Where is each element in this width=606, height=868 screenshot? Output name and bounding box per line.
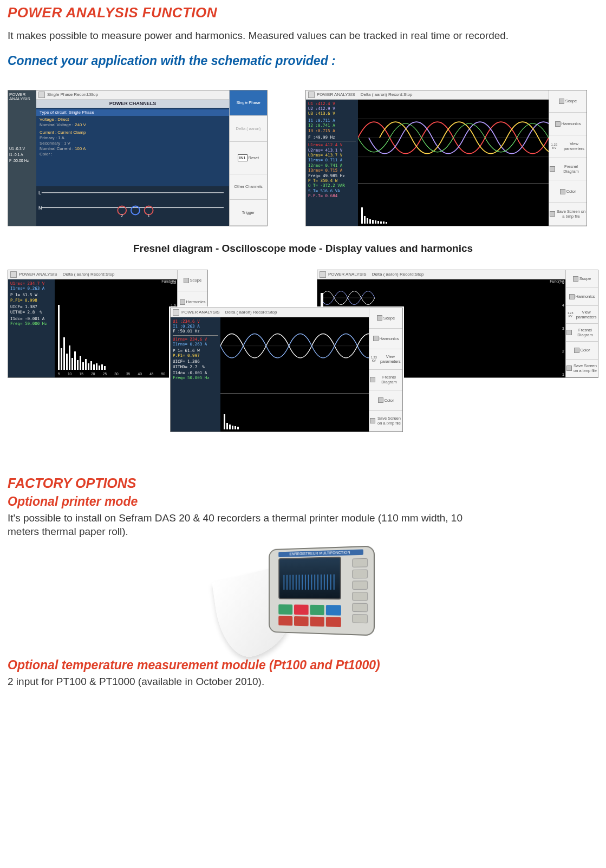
left-f: F :50.00 Hz bbox=[9, 159, 35, 163]
m-i1rms: I1rms= 0.263 A bbox=[173, 342, 218, 347]
color-icon bbox=[574, 348, 579, 353]
app-icon bbox=[38, 92, 45, 98]
printer-image: ENREGISTREUR MULTIFONCTION bbox=[8, 542, 598, 652]
device-screen-icon bbox=[278, 557, 341, 599]
waveform-area bbox=[220, 317, 369, 393]
color-line: Color : bbox=[40, 152, 226, 157]
m-u3: U3 :413.6 V bbox=[308, 111, 356, 116]
harmonics-icon bbox=[180, 299, 185, 305]
app-icon bbox=[173, 309, 179, 316]
svg-text:2: 2 bbox=[121, 214, 123, 218]
fresnel-icon bbox=[566, 330, 572, 335]
btn-scope[interactable]: Scope bbox=[566, 270, 598, 288]
right-button-bar: Single Phase Delta ( aaron) IN1 Reset Ot… bbox=[229, 90, 267, 226]
title-prefix: POWER ANALYSIS bbox=[317, 92, 355, 97]
btn-color[interactable]: Color bbox=[549, 180, 587, 203]
title-text: Delta ( aaron) Record:Stop bbox=[372, 272, 424, 277]
right-button-bar: Scope Harmonics 1.23 KVView parameters F… bbox=[565, 270, 598, 377]
device-sidebuttons-icon bbox=[352, 558, 368, 623]
btn-save-screen[interactable]: Save Screen on a bmp file bbox=[369, 411, 402, 432]
left-u1: U1 :0.3 V bbox=[9, 147, 35, 151]
m-i3rms: I3rms= 0.715 A bbox=[308, 168, 356, 173]
scope-icon bbox=[184, 278, 189, 283]
btn-harmonics[interactable]: Harmonics bbox=[549, 113, 587, 135]
scope-icon bbox=[573, 276, 578, 282]
btn-harmonics[interactable]: Harmonics bbox=[566, 288, 598, 306]
color-icon bbox=[560, 189, 565, 194]
intro-paragraph: It makes possible to measure power and h… bbox=[8, 29, 598, 43]
btn-view-params[interactable]: 1.23 KVView parameters bbox=[566, 306, 598, 324]
heading-printer-mode: Optional printer mode bbox=[8, 494, 598, 509]
btn-reset[interactable]: IN1 Reset bbox=[230, 142, 267, 174]
screen-main: Single Phase Record:Stop POWER CHANNELS … bbox=[36, 90, 229, 226]
btn-scope[interactable]: Scope bbox=[178, 270, 207, 292]
waveform-area bbox=[358, 100, 549, 184]
m-u3rms: U3rms= 413.7 V bbox=[308, 153, 356, 158]
save-icon bbox=[370, 418, 375, 423]
device-keypad-icon bbox=[278, 604, 341, 627]
temp-paragraph: 2 input for PT100 & PT1000 (available in… bbox=[8, 675, 598, 689]
btn-delta-aaron[interactable]: Delta ( aaron) bbox=[230, 116, 267, 141]
m-uicf: UICF= 1.387 bbox=[10, 304, 53, 309]
m-i3: I3 :0.715 A bbox=[308, 128, 356, 133]
y-scale: 5 4 3 2 1 bbox=[555, 280, 564, 376]
printer-paragraph: It's possible to install on Sefram DAS 2… bbox=[8, 511, 495, 539]
btn-scope[interactable]: Scope bbox=[369, 308, 402, 329]
btn-trigger[interactable]: Trigger bbox=[230, 200, 267, 225]
left-title: POWER ANALYSIS bbox=[9, 93, 35, 102]
m-uthd: UITHD= 2.8 % bbox=[10, 310, 53, 315]
btn-fresnel[interactable]: Fresnel Diagram bbox=[369, 370, 402, 390]
m-u1rms: U1rms= 234.6 V bbox=[173, 337, 218, 342]
scope-icon bbox=[377, 315, 382, 321]
recorder-device-icon: ENREGISTREUR MULTIFONCTION bbox=[233, 542, 374, 650]
btn-fresnel[interactable]: Fresnel Diagram bbox=[549, 158, 587, 181]
app-icon bbox=[308, 92, 315, 98]
m-pf1: P.F1= 0.997 bbox=[173, 353, 218, 358]
screenshot-scope-center: POWER ANALYSIS Delta ( aaron) Record:Sto… bbox=[170, 308, 403, 432]
btn-view-params[interactable]: 1.23 KV View parameters bbox=[549, 135, 587, 158]
btn-view-params[interactable]: 1.23 KVView parameters bbox=[369, 349, 402, 370]
btn-view-params-label: View parameters bbox=[562, 141, 586, 151]
title-text: Delta ( aaron) Record:Stop bbox=[63, 272, 115, 277]
m-u1: U1 :412.4 V bbox=[308, 101, 356, 106]
m-i2: I2 :0.741 A bbox=[308, 123, 356, 128]
title-text: Single Phase Record:Stop bbox=[47, 92, 98, 97]
harmonic-inset bbox=[358, 183, 549, 225]
btn-other-channels[interactable]: Other Channels bbox=[230, 174, 267, 200]
bar-chart-icon bbox=[224, 411, 239, 429]
btn-color[interactable]: Color bbox=[566, 342, 598, 360]
btn-scope[interactable]: Scope bbox=[549, 90, 587, 113]
btn-single-phase[interactable]: Single Phase bbox=[230, 90, 267, 116]
screenshot-row-top: POWER ANALYSIS U1 :0.3 V I1 :0.1 A F :50… bbox=[8, 90, 598, 226]
m-p1: P 1= 61.6 W bbox=[173, 348, 218, 353]
voltage-line: Voltage : Direct bbox=[40, 117, 226, 122]
svg-text:N: N bbox=[38, 205, 42, 210]
title-strip: POWER ANALYSIS Delta ( aaron) Record:Sto… bbox=[306, 90, 549, 100]
m-uicf: UICF= 1.386 bbox=[173, 359, 218, 364]
svg-point-4 bbox=[118, 206, 126, 214]
btn-harmonics[interactable]: Harmonics bbox=[369, 329, 402, 349]
m-u2: U2 :412.9 V bbox=[308, 106, 356, 111]
m-freq: Freq= 49.985 Hz bbox=[308, 173, 356, 178]
power-channels-panel: POWER CHANNELS Type of circuit: Single P… bbox=[36, 100, 229, 186]
btn-fresnel-label: Fresnel Diagram bbox=[556, 164, 586, 174]
btn-save-screen[interactable]: Save Screen on a bmp file bbox=[549, 203, 587, 226]
primary-line: Primary : 1 A bbox=[40, 135, 226, 141]
btn-fresnel[interactable]: Fresnel Diagram bbox=[566, 324, 598, 342]
bar-chart-icon bbox=[361, 205, 387, 224]
schematic-area: L N 2 1 bbox=[36, 186, 229, 226]
m-pf1: P.F1= 0.998 bbox=[10, 298, 53, 303]
m-i1rms: I1rms= 0.263 A bbox=[10, 286, 53, 291]
title-text: Delta ( aaron) Record:Stop bbox=[225, 310, 277, 315]
btn-color[interactable]: Color bbox=[369, 390, 402, 411]
harmonics-icon bbox=[373, 336, 379, 341]
heading-factory-options: FACTORY OPTIONS bbox=[8, 475, 598, 491]
svg-text:L: L bbox=[38, 190, 41, 195]
m-i2rms: I2rms= 0.741 A bbox=[308, 163, 356, 168]
screenshot-power-channels: POWER ANALYSIS U1 :0.3 V I1 :0.1 A F :50… bbox=[8, 90, 268, 226]
btn-save-screen[interactable]: Save Screen on a bmp file bbox=[566, 360, 598, 377]
svg-point-6 bbox=[145, 206, 153, 214]
app-icon bbox=[10, 271, 17, 278]
in1-icon: IN1 bbox=[238, 154, 247, 161]
right-button-bar: Scope Harmonics 1.23 KV View parameters … bbox=[549, 90, 587, 226]
